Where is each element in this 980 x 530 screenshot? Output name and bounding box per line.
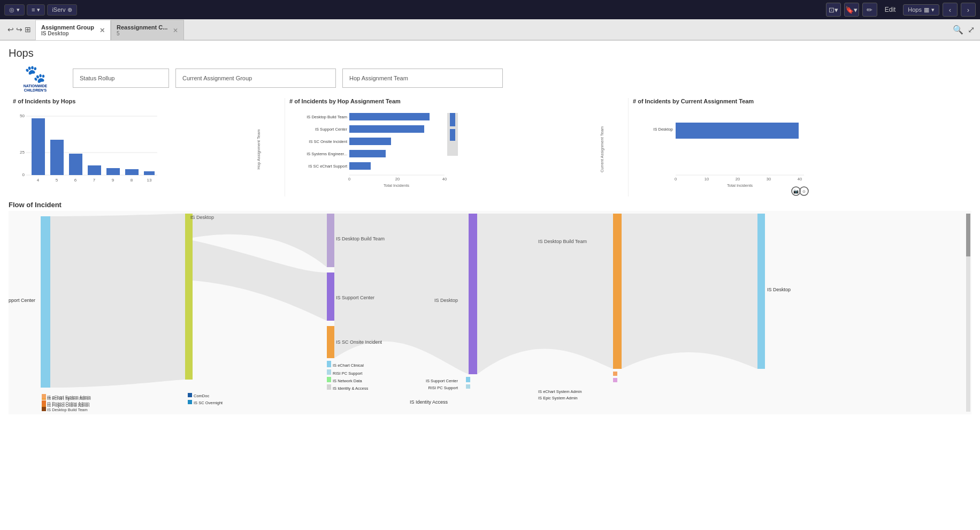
forward-icon[interactable]: ↪: [16, 25, 22, 34]
current-team-xtick-0: 0: [675, 177, 677, 181]
sankey-node-risi-pc-c2: [327, 369, 331, 375]
hops-xtick-8: 8: [131, 178, 133, 183]
hop-team-bar-3: [349, 138, 391, 145]
current-team-xtick-40: 40: [798, 177, 802, 181]
status-rollup-filter[interactable]: Status Rollup: [73, 69, 169, 88]
sankey-node-support-center-c0: [41, 216, 50, 388]
tab-assignment-group-text: Assignment Group IS Desktop: [41, 24, 94, 36]
prev-button[interactable]: ‹: [943, 3, 958, 17]
page-content: Hops 🐾 NATIONWIDECHILDREN'S Status Rollu…: [0, 41, 980, 530]
current-team-xtick-20: 20: [736, 177, 740, 181]
identity-access-label: IS Identity Access: [410, 399, 448, 405]
hop-team-y-label: Hop Assignment Team: [256, 130, 261, 170]
expand-icon[interactable]: ⤢: [968, 25, 975, 35]
hop-team-bar-5: [349, 162, 371, 170]
iserv-button[interactable]: iServ ⊕: [47, 4, 77, 16]
sankey-node-is-desktop-c1: [185, 214, 193, 380]
sankey-node-is-desktop-c5: [757, 214, 765, 369]
sankey-node-risi-pc-c3: [466, 384, 470, 389]
sankey-flow-c3-c4: [477, 214, 613, 374]
toolbar-right: ⊡▾ 🔖▾ ✏ Edit Hops ▦▾ ‹ ›: [826, 3, 976, 17]
hop-team-label-4: IS Systems Engineer...: [307, 152, 347, 156]
hop-team-bar-1: [349, 113, 430, 120]
nav-icon: ◎: [9, 6, 14, 13]
nav-chevron: ▾: [17, 6, 20, 13]
chart-hop-team-panel: # of Incidents by Hop Assignment Team Ho…: [285, 98, 628, 196]
sankey-node-echart-c4: [613, 372, 617, 376]
pencil-icon: ✏: [867, 6, 872, 14]
sankey-flow-c0-c1: [50, 214, 185, 388]
sankey-label-support-center-c0: IS Support Center: [9, 298, 35, 303]
edit-button[interactable]: Edit: [881, 4, 900, 15]
legend-text-1: IS eChart System Admin: [47, 395, 91, 399]
sankey-label-support-center-c3: IS Support Center: [426, 378, 458, 383]
scrollbar-thumb[interactable]: [966, 214, 970, 256]
camera-icon[interactable]: 📷: [793, 188, 799, 194]
hop-team-label-3: IS SC Onsite Incident: [309, 139, 348, 144]
logo-text: NATIONWIDECHILDREN'S: [24, 84, 48, 93]
next-icon: ›: [967, 6, 969, 14]
current-team-bar-1: [676, 123, 799, 139]
search-icon[interactable]: 🔍: [953, 25, 963, 35]
hop-team-inset-bar-2: [450, 129, 455, 141]
hop-assignment-team-filter[interactable]: Hop Assignment Team: [342, 69, 503, 88]
sankey-label-network-data-c2: IS Network Data: [333, 378, 362, 383]
sankey-node-support-center-c2: [327, 272, 334, 321]
hops-ytick-0: 0: [22, 172, 25, 177]
sankey-node-support-center-c3: [466, 377, 470, 382]
back-icon[interactable]: ↩: [7, 25, 14, 34]
hops-xtick-5: 5: [56, 178, 58, 183]
chart-hops-svg: Total Incidents 0 25 50 4 5 6: [13, 107, 163, 187]
hop-team-bar-2: [349, 125, 424, 133]
fullscreen-icon[interactable]: ⊙: [802, 190, 806, 193]
hop-team-label-5: IS SC eChart Support: [308, 164, 347, 169]
bookmark-icon: 🔖: [845, 6, 854, 14]
tab-bar-search: 🔍 ⤢: [947, 19, 980, 40]
sankey-node-identity-c2: [327, 384, 331, 390]
prev-icon: ‹: [949, 6, 951, 14]
edit-label: Edit: [885, 6, 896, 13]
chart-current-team-title: # of Incidents by Current Assignment Tea…: [633, 98, 967, 104]
legend-rect-2: [42, 400, 46, 405]
nav-button[interactable]: ◎ ▾: [4, 4, 25, 16]
sankey-flow-c4-c5: [622, 214, 757, 369]
chart-hop-team-svg: Hop Assignment Team IS Desktop Build Tea…: [289, 107, 471, 195]
hop-team-inset-bar-1: [450, 113, 455, 126]
sankey-node-desktop-build-c2: [327, 214, 334, 267]
chart-current-team-panel: # of Incidents by Current Assignment Tea…: [628, 98, 971, 196]
current-team-xtick-30: 30: [767, 177, 771, 181]
hops-ytick-25: 25: [20, 150, 25, 155]
list-button[interactable]: ≡ ▾: [27, 4, 45, 16]
tab-reassignment-subtitle: 5: [117, 31, 167, 36]
logo: 🐾 NATIONWIDECHILDREN'S: [9, 65, 62, 92]
pencil-button[interactable]: ✏: [862, 3, 877, 17]
tab-assignment-group-subtitle: IS Desktop: [41, 31, 94, 36]
legend-text-2: IS Project Online Admin: [47, 401, 89, 406]
toolbar: ◎ ▾ ≡ ▾ iServ ⊕ ⊡▾ 🔖▾ ✏ Edit Hops ▦▾ ‹ ›: [0, 0, 980, 19]
sankey-node-echart-clinical-c2: [327, 361, 331, 367]
legend-label-comdoc: ComDoc: [194, 393, 209, 398]
sankey-label-epic-c4: IS Epic System Admin: [538, 396, 578, 400]
hop-team-xtick-0: 0: [348, 177, 350, 181]
bookmark-button[interactable]: 🔖▾: [844, 3, 859, 17]
current-assignment-group-filter[interactable]: Current Assignment Group: [175, 69, 336, 88]
sankey-label-echart-clinical-c2: IS eChart Clinical: [333, 363, 364, 368]
tab-assignment-group-close[interactable]: ✕: [99, 27, 105, 34]
monitor-button[interactable]: ⊡▾: [826, 3, 841, 17]
sankey-label-risi-pc-c2: RISI PC Support: [333, 371, 363, 376]
tab-assignment-group[interactable]: Assignment Group IS Desktop ✕: [35, 20, 111, 40]
hops-bar-7: [88, 165, 101, 175]
hops-dropdown[interactable]: Hops ▦▾: [903, 4, 939, 16]
chart-hops-title: # of Incidents by Hops: [13, 98, 280, 104]
iserv-label: iServ: [52, 6, 65, 13]
hop-team-x-label: Total Incidents: [384, 183, 409, 188]
tab-reassignment-close[interactable]: ✕: [173, 27, 178, 34]
tab-reassignment-title: Reassignment C...: [117, 24, 167, 31]
grid-icon[interactable]: ⊞: [25, 25, 31, 34]
next-button[interactable]: ›: [961, 3, 976, 17]
list-chevron: ▾: [37, 6, 40, 13]
tab-assignment-group-title: Assignment Group: [41, 24, 94, 31]
list-icon: ≡: [32, 6, 35, 13]
tab-reassignment[interactable]: Reassignment C... 5 ✕: [111, 20, 184, 40]
sankey-label-echart-c4: IS eChart System Admin: [538, 389, 582, 394]
